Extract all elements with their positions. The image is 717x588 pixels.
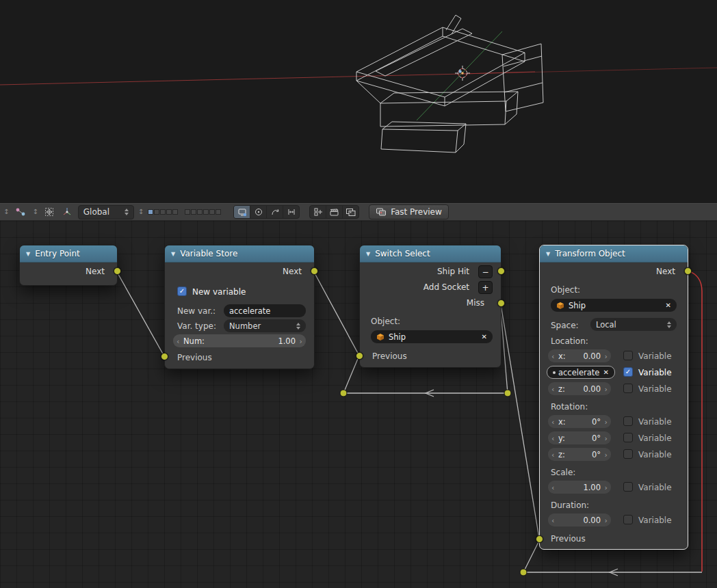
location-z-variable-checkbox[interactable]: ✓	[623, 384, 633, 393]
input-previous-socket[interactable]	[536, 535, 543, 543]
3d-viewport[interactable]	[0, 0, 717, 203]
fast-preview-button[interactable]: Fast Preview	[369, 204, 449, 219]
input-previous-socket[interactable]	[356, 352, 363, 360]
layer-toggle[interactable]	[203, 209, 209, 215]
stepper-right-icon[interactable]: ›	[605, 451, 608, 458]
scale-variable-checkbox[interactable]: ✓	[623, 482, 633, 492]
layer-toggle[interactable]	[209, 209, 215, 215]
object-label: Object:	[371, 317, 400, 326]
stepper-left-icon[interactable]: ‹	[551, 451, 554, 458]
rotation-x-variable-checkbox[interactable]: ✓	[623, 416, 633, 426]
collapse-icon[interactable]: ▼	[26, 251, 30, 257]
duration-field[interactable]: ‹ 0.00 ›	[548, 513, 611, 526]
field-value: 0°	[592, 417, 601, 427]
variable-store-header[interactable]: ▼ Variable Store	[165, 245, 314, 263]
remove-socket-button[interactable]: −	[478, 265, 493, 278]
stepper-right-icon[interactable]: ›	[300, 337, 302, 345]
new-variable-checkbox[interactable]: ✓	[177, 286, 187, 296]
stepper-left-icon[interactable]: ‹	[177, 337, 179, 345]
stepper-left-icon[interactable]: ‹	[551, 352, 554, 360]
stepper-left-icon[interactable]: ‹	[551, 385, 554, 392]
layer-toggle[interactable]	[216, 209, 221, 215]
location-x-variable-checkbox[interactable]: ✓	[623, 351, 633, 360]
clear-variable-icon[interactable]: ✕	[603, 369, 609, 376]
stepper-left-icon[interactable]: ‹	[551, 483, 554, 491]
node-variable-store[interactable]: ▼ Variable Store Next ✓ New variable New…	[164, 245, 315, 369]
object-field[interactable]: Ship ✕	[371, 330, 493, 343]
node-transform-object[interactable]: ▼ Transform Object Next Object: Ship ✕ S…	[539, 245, 688, 550]
stepper-right-icon[interactable]: ›	[605, 483, 608, 491]
area-splitter-icon[interactable]: ↕	[3, 209, 9, 215]
clapper-button[interactable]	[326, 206, 343, 218]
chevron-updown-icon	[667, 321, 671, 328]
stepper-left-icon[interactable]: ‹	[551, 434, 554, 442]
object-field[interactable]: Ship ✕	[551, 299, 677, 312]
clear-object-icon[interactable]: ✕	[482, 333, 487, 340]
stepper-right-icon[interactable]: ›	[605, 352, 608, 360]
orientation-axis-button[interactable]	[60, 205, 74, 219]
add-socket-button[interactable]: +	[478, 281, 493, 294]
input-previous-label: Previous	[177, 353, 212, 362]
snap-circle-toggle[interactable]	[250, 206, 267, 218]
rotation-y-field[interactable]: ‹ y: 0° ›	[548, 431, 611, 444]
stepper-right-icon[interactable]: ›	[605, 434, 608, 442]
rotation-x-field[interactable]: ‹ x: 0° ›	[548, 415, 611, 428]
output-miss-socket[interactable]	[497, 299, 505, 307]
clear-object-icon[interactable]: ✕	[666, 302, 671, 309]
transform-object-header[interactable]: ▼ Transform Object	[540, 245, 688, 263]
location-y-variable-field[interactable]: accelerate ✕	[547, 366, 615, 379]
num-slider[interactable]: ‹ Num: 1.00 ›	[173, 334, 306, 347]
collapse-icon[interactable]: ▼	[366, 251, 370, 257]
node-title: Entry Point	[35, 249, 80, 258]
layer-toggle[interactable]	[185, 209, 190, 215]
editor-type-button[interactable]	[13, 205, 28, 219]
layer-toggle[interactable]	[191, 209, 196, 215]
stepper-left-icon[interactable]: ‹	[551, 516, 554, 524]
stepper-left-icon[interactable]: ‹	[551, 418, 554, 425]
output-ship-hit-socket[interactable]	[497, 267, 505, 275]
layer-toggle[interactable]	[172, 209, 178, 215]
viewport-drawing	[0, 0, 717, 203]
layer-toggle[interactable]	[160, 209, 166, 215]
layer-group-1[interactable]	[148, 209, 178, 215]
collapse-icon[interactable]: ▼	[171, 251, 175, 257]
stepper-right-icon[interactable]: ›	[605, 418, 608, 425]
rotation-y-variable-checkbox[interactable]: ✓	[623, 433, 633, 442]
slider-toggle[interactable]	[283, 206, 299, 218]
space-select[interactable]: Local	[590, 318, 677, 331]
collapse-icon[interactable]: ▼	[546, 251, 550, 257]
input-previous-socket[interactable]	[161, 353, 168, 360]
location-z-field[interactable]: ‹ z: 0.00 ›	[548, 382, 611, 395]
layer-toggle[interactable]	[148, 209, 153, 215]
var-type-select[interactable]: Number	[224, 319, 306, 332]
layer-toggle[interactable]	[166, 209, 172, 215]
curve-link-toggle[interactable]	[267, 206, 283, 218]
node-entry-point[interactable]: ▼ Entry Point Next	[19, 245, 118, 286]
layer-toggle[interactable]	[154, 209, 159, 215]
output-next-socket[interactable]	[684, 267, 692, 275]
output-next-socket[interactable]	[114, 267, 121, 275]
duration-variable-checkbox[interactable]: ✓	[623, 515, 633, 524]
node-switch-select[interactable]: ▼ Switch Select Ship Hit − Add Socket + …	[359, 245, 501, 368]
scale-field[interactable]: ‹ 1.00 ›	[548, 481, 611, 494]
new-var-input[interactable]: accelerate	[224, 304, 306, 317]
rotation-z-field[interactable]: ‹ z: 0° ›	[548, 448, 611, 461]
rotation-z-variable-checkbox[interactable]: ✓	[623, 449, 633, 459]
layer-group-2[interactable]	[185, 209, 221, 215]
editor-type-dropdown-arrows[interactable]: ↕	[32, 209, 38, 215]
orientation-select[interactable]: Global	[78, 205, 134, 219]
location-y-variable-checkbox[interactable]: ✓	[623, 367, 633, 377]
output-next-socket[interactable]	[311, 267, 318, 275]
layer-toggle[interactable]	[197, 209, 203, 215]
view-pan-button[interactable]	[42, 205, 56, 219]
image-stack-button[interactable]	[343, 206, 358, 218]
location-x-field[interactable]: ‹ x: 0.00 ›	[548, 349, 611, 362]
header-splitter-icon[interactable]: ↕	[138, 209, 144, 215]
switch-select-header[interactable]: ▼ Switch Select	[360, 245, 501, 263]
entry-point-header[interactable]: ▼ Entry Point	[20, 245, 117, 263]
auto-update-toggle[interactable]	[234, 206, 250, 218]
stepper-right-icon[interactable]: ›	[605, 516, 608, 524]
add-node-button[interactable]	[310, 206, 326, 218]
field-prefix: z:	[558, 450, 565, 459]
stepper-right-icon[interactable]: ›	[605, 385, 608, 392]
